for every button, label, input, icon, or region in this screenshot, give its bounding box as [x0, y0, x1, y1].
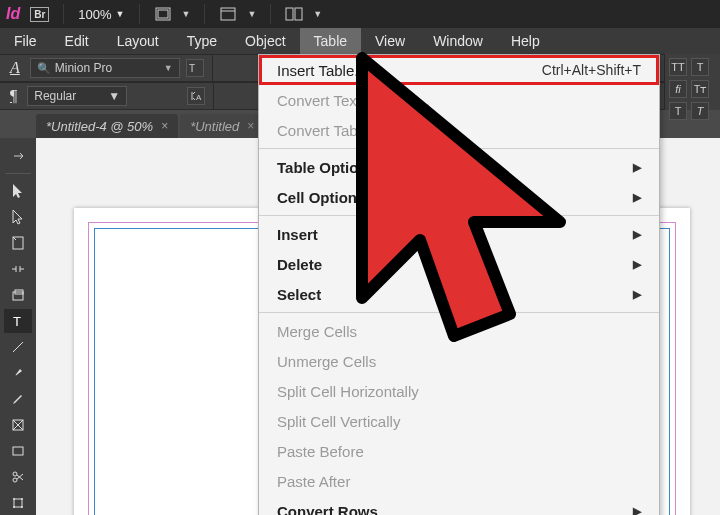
rectangle-frame-tool[interactable] [4, 413, 32, 437]
menu-item-split-cell-horizontally: Split Cell Horizontally [259, 376, 659, 406]
app-titlebar: Id Br 100% ▼ ▼ ▼ ▼ [0, 0, 720, 28]
pencil-tool[interactable] [4, 387, 32, 411]
menu-item-select[interactable]: Select▶ [259, 279, 659, 309]
subscript-icon[interactable]: T [669, 102, 687, 120]
menu-help[interactable]: Help [497, 28, 554, 54]
menubar: FileEditLayoutTypeObjectTableViewWindowH… [0, 28, 720, 54]
free-transform-tool[interactable] [4, 491, 32, 515]
close-tab-icon[interactable]: × [247, 119, 254, 133]
tools-panel: T [0, 138, 36, 515]
content-collector-tool[interactable] [4, 283, 32, 307]
small-caps-icon[interactable]: Tᴛ [691, 80, 709, 98]
paragraph-formatting-icon[interactable]: ¶ [6, 87, 21, 105]
chevron-right-icon: ▶ [633, 161, 641, 174]
menu-view[interactable]: View [361, 28, 419, 54]
svg-rect-2 [221, 8, 235, 20]
menu-item-convert-text-to-table: Convert Text to Table... [259, 85, 659, 115]
svg-point-24 [21, 506, 23, 508]
svg-point-21 [13, 498, 15, 500]
svg-line-12 [13, 342, 23, 352]
zoom-level[interactable]: 100% ▼ [78, 7, 124, 22]
menu-item-paste-after: Paste After [259, 466, 659, 496]
font-style-dropdown[interactable]: Regular ▼ [27, 86, 127, 106]
svg-point-13 [14, 375, 16, 377]
collapse-panel-icon[interactable] [4, 144, 32, 168]
chevron-right-icon: ▶ [633, 258, 641, 271]
menu-item-unmerge-cells: Unmerge Cells [259, 346, 659, 376]
pen-tool[interactable] [4, 361, 32, 385]
menu-edit[interactable]: Edit [51, 28, 103, 54]
chevron-down-icon: ▼ [164, 63, 173, 73]
menu-item-paste-before: Paste Before [259, 436, 659, 466]
chevron-down-icon: ▼ [108, 89, 120, 103]
svg-rect-4 [286, 8, 293, 20]
svg-point-18 [13, 472, 17, 476]
gap-tool[interactable] [4, 257, 32, 281]
screen-mode-icon[interactable] [219, 5, 237, 23]
table-menu-dropdown: Insert Table...Ctrl+Alt+Shift+TConvert T… [258, 54, 660, 515]
view-options-icon[interactable] [154, 5, 172, 23]
document-tab[interactable]: *Untitled× [180, 114, 264, 138]
character-formatting-icon[interactable]: A [6, 59, 24, 77]
line-tool[interactable] [4, 335, 32, 359]
svg-point-22 [21, 498, 23, 500]
svg-text:T: T [189, 63, 195, 74]
menu-item-cell-options[interactable]: Cell Options▶ [259, 182, 659, 212]
right-control-cluster: TT T fi Tᴛ T T [664, 54, 720, 110]
menu-layout[interactable]: Layout [103, 28, 173, 54]
scissors-tool[interactable] [4, 465, 32, 489]
document-tab[interactable]: *Untitled-4 @ 50%× [36, 114, 178, 138]
menu-type[interactable]: Type [173, 28, 231, 54]
selection-tool[interactable] [4, 179, 32, 203]
menu-item-insert-table[interactable]: Insert Table...Ctrl+Alt+Shift+T [259, 55, 659, 85]
leading-icon[interactable]: A [187, 87, 205, 105]
svg-text:T: T [13, 314, 21, 328]
menu-item-merge-cells: Merge Cells [259, 316, 659, 346]
arrange-documents-icon[interactable] [285, 5, 303, 23]
chevron-right-icon: ▶ [633, 228, 641, 241]
ligature-icon[interactable]: fi [669, 80, 687, 98]
menu-object[interactable]: Object [231, 28, 299, 54]
chevron-right-icon: ▶ [633, 505, 641, 516]
svg-rect-5 [295, 8, 302, 20]
menu-item-convert-table: Convert Table [259, 115, 659, 145]
menu-item-convert-rows[interactable]: Convert Rows▶ [259, 496, 659, 515]
chevron-right-icon: ▶ [633, 288, 641, 301]
menu-window[interactable]: Window [419, 28, 497, 54]
close-tab-icon[interactable]: × [161, 119, 168, 133]
svg-point-23 [13, 506, 15, 508]
menu-item-split-cell-vertically: Split Cell Vertically [259, 406, 659, 436]
all-caps-icon[interactable]: TT [669, 58, 687, 76]
menu-table[interactable]: Table [300, 28, 361, 54]
svg-rect-17 [13, 447, 23, 455]
chevron-right-icon: ▶ [633, 191, 641, 204]
italic-icon[interactable]: T [691, 102, 709, 120]
svg-text:A: A [196, 93, 202, 102]
menu-item-table-options[interactable]: Table Options▶ [259, 152, 659, 182]
menu-file[interactable]: File [0, 28, 51, 54]
svg-rect-1 [158, 10, 168, 18]
superscript-icon[interactable]: T [691, 58, 709, 76]
font-size-icon[interactable]: T [186, 59, 204, 77]
menu-item-delete[interactable]: Delete▶ [259, 249, 659, 279]
menu-item-insert[interactable]: Insert▶ [259, 219, 659, 249]
svg-rect-20 [14, 499, 22, 507]
app-logo-id: Id [6, 5, 20, 23]
type-tool[interactable]: T [4, 309, 32, 333]
direct-selection-tool[interactable] [4, 205, 32, 229]
search-icon: 🔍 [37, 62, 51, 75]
rectangle-tool[interactable] [4, 439, 32, 463]
page-tool[interactable] [4, 231, 32, 255]
bridge-logo[interactable]: Br [30, 7, 49, 22]
font-family-dropdown[interactable]: 🔍 Minion Pro ▼ [30, 58, 180, 78]
svg-point-19 [13, 478, 17, 482]
